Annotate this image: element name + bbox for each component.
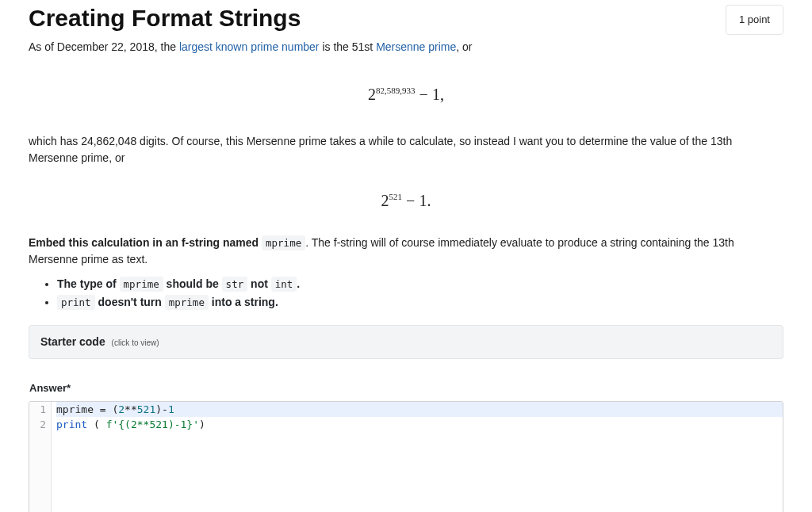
tok-eq: = ( <box>100 403 118 415</box>
b1-code-int: int <box>271 277 297 292</box>
b1-post: . <box>297 277 300 290</box>
link-mersenne-prime[interactable]: Mersenne prime <box>376 40 456 53</box>
b1-mid2: not <box>247 277 271 290</box>
code-mprime: mprime <box>262 235 305 250</box>
answer-block: Answer* 1 2 mprime = (2**521)-1 print ( … <box>29 380 783 512</box>
paragraph-digits: which has 24,862,048 digits. Of course, … <box>29 133 783 166</box>
code-editor[interactable]: 1 2 mprime = (2**521)-1 print ( f'{(2**5… <box>29 401 783 513</box>
paragraph-embed: Embed this calculation in an f-string na… <box>29 235 783 268</box>
editor-gutter: 1 2 <box>29 402 52 513</box>
tok-num-1: 1 <box>168 403 174 415</box>
tok-open: ( <box>87 418 105 430</box>
line-number-1: 1 <box>29 402 46 417</box>
tok-pow: ** <box>124 403 137 415</box>
page-title: Creating Format Strings <box>29 0 301 36</box>
b1-mid: should be <box>163 277 222 290</box>
intro-text-prefix: As of December 22, 2018, the <box>29 40 179 53</box>
formula2-exponent: 521 <box>389 192 403 201</box>
points-badge: 1 point <box>726 5 783 35</box>
formula-large-mersenne: 282,589,933 − 1, <box>29 82 783 106</box>
b2-post: into a string. <box>209 296 278 308</box>
intro-text-mid: is the 51st <box>320 40 377 53</box>
code-line-2[interactable]: print ( f'{(2**521)-1}') <box>56 417 783 432</box>
title-row: Creating Format Strings 1 point <box>29 0 783 39</box>
bullet-print: print doesn't turn mprime into a string. <box>57 294 783 311</box>
tok-ident: mprime <box>56 403 100 415</box>
intro-paragraph: As of December 22, 2018, the largest kno… <box>29 39 783 55</box>
formula-exponent: 82,589,933 <box>376 86 416 95</box>
starter-hint: (click to view) <box>112 338 159 347</box>
bullet-type: The type of mprime should be str not int… <box>57 276 783 292</box>
starter-label: Starter code <box>40 335 105 348</box>
tok-close-paren: ) <box>199 418 205 430</box>
formula-small-mersenne: 2521 − 1. <box>29 189 783 212</box>
tok-close-minus: )- <box>155 403 168 415</box>
starter-code-expander[interactable]: Starter code (click to view) <box>29 325 783 359</box>
answer-label: Answer* <box>29 380 71 396</box>
b1-code-str: str <box>222 277 248 292</box>
code-line-1[interactable]: mprime = (2**521)-1 <box>56 402 783 417</box>
b1-pre: The type of <box>57 277 120 290</box>
formula-tail: − 1, <box>416 86 444 103</box>
bullet-list: The type of mprime should be str not int… <box>29 276 783 311</box>
formula-base: 2 <box>368 86 376 103</box>
b2-code-print: print <box>57 295 95 310</box>
b2-code-mprime: mprime <box>165 295 209 310</box>
line-number-2: 2 <box>29 417 46 432</box>
tok-num-2: 2 <box>118 403 124 415</box>
formula2-base: 2 <box>381 192 389 209</box>
intro-text-suffix: , or <box>456 40 472 53</box>
tok-num-521: 521 <box>137 403 155 415</box>
link-largest-prime[interactable]: largest known prime number <box>179 40 320 53</box>
embed-strong: Embed this calculation in an f-string na… <box>29 236 262 249</box>
tok-fstring: f'{(2**521)-1}' <box>106 418 199 430</box>
formula2-tail: − 1. <box>402 192 431 209</box>
page-root: Creating Format Strings 1 point As of De… <box>0 0 812 512</box>
tok-print: print <box>56 418 87 430</box>
editor-content[interactable]: mprime = (2**521)-1 print ( f'{(2**521)-… <box>52 402 783 513</box>
b1-code-mprime: mprime <box>120 277 163 292</box>
b2-mid: doesn't turn <box>95 296 165 308</box>
